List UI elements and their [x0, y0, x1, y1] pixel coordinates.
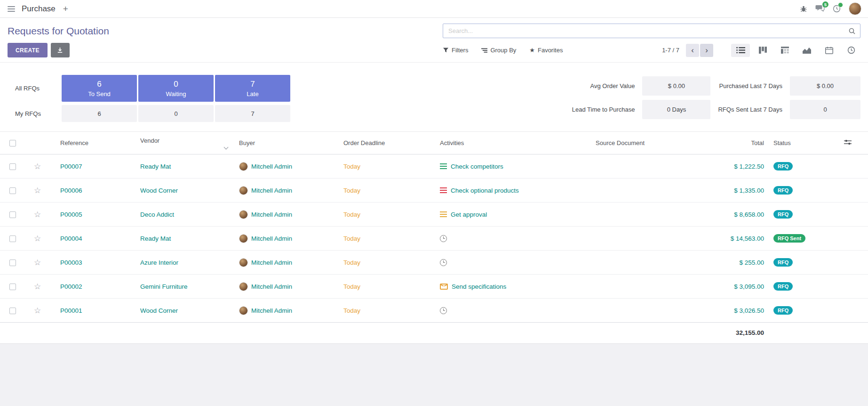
favorite-star-icon[interactable]: ☆ — [34, 162, 41, 171]
row-checkbox[interactable] — [9, 260, 16, 266]
pager-previous-button[interactable]: ‹ — [686, 44, 699, 57]
favorite-star-icon[interactable]: ☆ — [34, 234, 41, 243]
kpi-rfqs-sent-value[interactable]: 0 — [790, 100, 860, 119]
activity-tasks-icon[interactable] — [440, 187, 447, 193]
download-icon — [56, 47, 64, 54]
buyer-link[interactable]: Mitchell Admin — [251, 283, 292, 290]
vendor-link[interactable]: Deco Addict — [140, 211, 174, 218]
buyer-link[interactable]: Mitchell Admin — [251, 163, 292, 170]
vendor-link[interactable]: Wood Corner — [140, 187, 178, 194]
vendor-link[interactable]: Ready Mat — [140, 163, 171, 170]
view-graph-button[interactable] — [797, 44, 816, 57]
app-name[interactable]: Purchase — [22, 4, 56, 14]
activity-mail-icon[interactable] — [440, 284, 448, 290]
row-checkbox[interactable] — [9, 163, 16, 170]
activity-tasks-icon[interactable] — [440, 163, 447, 169]
view-list-button[interactable] — [731, 44, 750, 57]
favorites-button[interactable]: ★ Favorites — [529, 47, 563, 54]
view-calendar-button[interactable] — [820, 44, 838, 57]
favorite-star-icon[interactable]: ☆ — [34, 210, 41, 219]
table-row[interactable]: ☆ P00006 Wood Corner Mitchell Admin Toda… — [0, 179, 868, 203]
total-amount: $ 3,095.00 — [734, 283, 764, 290]
column-header-buyer[interactable]: Buyer — [235, 132, 340, 154]
user-avatar[interactable] — [849, 2, 861, 15]
row-checkbox[interactable] — [9, 284, 16, 290]
reference-link[interactable]: P00007 — [60, 163, 82, 170]
reference-link[interactable]: P00004 — [60, 235, 82, 242]
view-activity-button[interactable] — [842, 44, 860, 57]
column-settings-icon[interactable] — [844, 139, 852, 146]
column-header-total[interactable]: Total — [704, 132, 770, 154]
select-all-checkbox[interactable] — [9, 140, 16, 146]
table-row[interactable]: ☆ P00005 Deco Addict Mitchell Admin Toda… — [0, 203, 868, 227]
messages-icon[interactable]: 5 — [815, 5, 825, 13]
debug-bug-icon[interactable] — [800, 5, 807, 13]
new-tab-icon[interactable]: + — [63, 4, 68, 13]
apps-menu-icon[interactable] — [7, 4, 16, 14]
column-header-reference[interactable]: Reference — [56, 132, 136, 154]
activity-clock-icon[interactable] — [440, 259, 447, 266]
buyer-link[interactable]: Mitchell Admin — [251, 307, 292, 314]
vendor-link[interactable]: Azure Interior — [140, 259, 178, 266]
kpi-purchased-value[interactable]: $ 0.00 — [790, 76, 860, 96]
pager-counter[interactable]: 1-7 / 7 — [662, 47, 679, 54]
reference-link[interactable]: P00005 — [60, 211, 82, 218]
table-row[interactable]: ☆ P00007 Ready Mat Mitchell Admin Today … — [0, 154, 868, 179]
vendor-link[interactable]: Gemini Furniture — [140, 283, 188, 290]
column-header-activities[interactable]: Activities — [436, 132, 592, 154]
column-header-status[interactable]: Status — [770, 132, 840, 154]
view-pivot-button[interactable] — [775, 44, 794, 57]
reference-link[interactable]: P00001 — [60, 307, 82, 314]
vendor-link[interactable]: Ready Mat — [140, 235, 171, 242]
buyer-link[interactable]: Mitchell Admin — [251, 187, 292, 194]
row-checkbox[interactable] — [9, 308, 16, 314]
activities-clock-icon[interactable] — [833, 5, 841, 13]
kpi-lead-time-value[interactable]: 0 Days — [642, 100, 710, 119]
group-by-button[interactable]: Group By — [481, 47, 516, 54]
activity-link[interactable]: Check optional products — [451, 187, 519, 194]
tile-to-send[interactable]: 6 To Send — [62, 75, 137, 102]
my-waiting-count[interactable]: 0 — [138, 105, 214, 122]
reference-link[interactable]: P00003 — [60, 259, 82, 266]
filters-button[interactable]: Filters — [443, 47, 468, 54]
my-to-send-count[interactable]: 6 — [62, 105, 137, 122]
reference-link[interactable]: P00006 — [60, 187, 82, 194]
view-kanban-button[interactable] — [753, 44, 772, 57]
my-late-count[interactable]: 7 — [215, 105, 290, 122]
export-button[interactable] — [51, 43, 70, 57]
activity-clock-icon[interactable] — [440, 235, 447, 242]
create-button[interactable]: CREATE — [8, 43, 48, 57]
favorite-star-icon[interactable]: ☆ — [34, 186, 41, 195]
tile-late[interactable]: 7 Late — [215, 75, 290, 102]
total-amount: $ 255.00 — [739, 259, 764, 266]
table-row[interactable]: ☆ P00003 Azure Interior Mitchell Admin T… — [0, 251, 868, 275]
source-document-cell — [592, 275, 704, 299]
column-header-order-deadline[interactable]: Order Deadline — [340, 132, 436, 154]
row-checkbox[interactable] — [9, 187, 16, 194]
reference-link[interactable]: P00002 — [60, 283, 82, 290]
search-input[interactable] — [447, 27, 848, 35]
favorite-star-icon[interactable]: ☆ — [34, 258, 41, 267]
column-header-vendor[interactable]: Vendor — [136, 132, 235, 154]
buyer-link[interactable]: Mitchell Admin — [251, 235, 292, 242]
table-row[interactable]: ☆ P00002 Gemini Furniture Mitchell Admin… — [0, 275, 868, 299]
vendor-link[interactable]: Wood Corner — [140, 307, 178, 314]
kpi-avg-order-value[interactable]: $ 0.00 — [642, 76, 710, 96]
activity-link[interactable]: Send specifications — [452, 283, 506, 290]
activity-link[interactable]: Check competitors — [451, 163, 503, 170]
search-bar[interactable] — [443, 24, 860, 38]
tile-waiting[interactable]: 0 Waiting — [138, 75, 214, 102]
pager-next-button[interactable]: › — [700, 44, 713, 57]
activity-clock-icon[interactable] — [440, 307, 447, 314]
buyer-link[interactable]: Mitchell Admin — [251, 259, 292, 266]
row-checkbox[interactable] — [9, 211, 16, 218]
table-row[interactable]: ☆ P00004 Ready Mat Mitchell Admin Today … — [0, 227, 868, 251]
favorite-star-icon[interactable]: ☆ — [34, 282, 41, 291]
favorite-star-icon[interactable]: ☆ — [34, 306, 41, 315]
buyer-link[interactable]: Mitchell Admin — [251, 211, 292, 218]
row-checkbox[interactable] — [9, 235, 16, 242]
table-row[interactable]: ☆ P00001 Wood Corner Mitchell Admin Toda… — [0, 299, 868, 323]
activity-link[interactable]: Get approval — [451, 211, 487, 218]
activity-tasks-icon[interactable] — [440, 211, 447, 217]
column-header-source-document[interactable]: Source Document — [592, 132, 704, 154]
